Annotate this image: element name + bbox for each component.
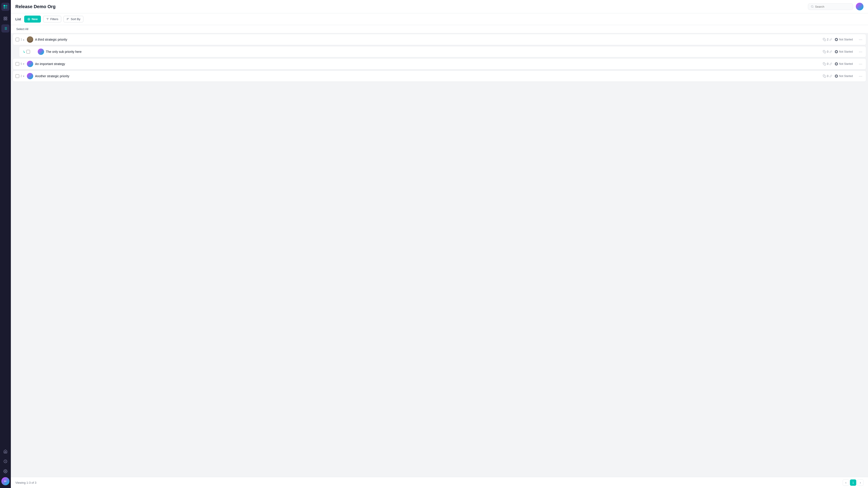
status-badge: Not Started	[835, 50, 855, 53]
svg-rect-24	[824, 39, 826, 41]
svg-rect-0	[4, 5, 5, 6]
sidebar-item-home[interactable]	[1, 447, 9, 455]
page-1-button[interactable]: 1	[850, 480, 856, 486]
header-actions	[808, 3, 864, 10]
svg-rect-6	[4, 19, 5, 20]
svg-rect-3	[6, 7, 7, 8]
chevron-down-icon[interactable]: ▼	[23, 63, 25, 65]
item-right: 0 Not Started ⋯	[823, 49, 863, 55]
filters-icon	[46, 18, 49, 21]
copy-icon	[823, 50, 826, 53]
svg-rect-5	[6, 17, 7, 18]
link-icon	[829, 38, 832, 41]
svg-rect-4	[4, 17, 5, 18]
svg-rect-2	[4, 7, 5, 8]
sort-by-button[interactable]: Sort By	[63, 16, 83, 22]
svg-rect-7	[6, 19, 7, 20]
sort-by-label: Sort By	[71, 18, 81, 21]
status-text: Not Started	[839, 74, 853, 78]
more-options-button[interactable]: ⋯	[858, 49, 863, 55]
item-count: 2	[823, 38, 832, 41]
plus-icon: ⊕	[27, 17, 30, 21]
chevron-down-icon[interactable]: ▼	[23, 75, 25, 77]
sidebar-item-badge[interactable]	[1, 457, 9, 465]
page-title: Release Demo Org	[16, 4, 56, 9]
page-header: Release Demo Org	[11, 0, 868, 13]
item-name: A third strategic priority	[35, 38, 823, 41]
link-icon	[829, 51, 832, 53]
new-button[interactable]: ⊕ New	[24, 15, 41, 23]
status-dot	[835, 38, 838, 41]
status-text: Not Started	[839, 38, 853, 41]
item-count: 0	[823, 62, 832, 65]
item-number: 5 ▼	[21, 62, 27, 65]
prev-page-button[interactable]: ‹	[843, 480, 849, 486]
item-avatar	[27, 36, 33, 43]
view-label: List	[16, 18, 21, 21]
svg-rect-26	[824, 63, 826, 65]
page-footer: Viewing 1-3 of 3 ‹ 1 ›	[11, 477, 868, 488]
pagination: ‹ 1 ›	[843, 480, 864, 486]
sidebar: 9+	[0, 0, 11, 488]
list-area: 1 ▲ A third strategic priority 2	[11, 33, 868, 477]
list-item[interactable]: 2 ▼ Another strategic priority 0	[13, 70, 866, 82]
status-dot	[835, 62, 838, 65]
sidebar-item-list[interactable]	[1, 24, 9, 33]
filters-button[interactable]: Filters	[43, 16, 61, 22]
more-options-button[interactable]: ⋯	[858, 61, 863, 67]
select-all-row: Select All	[11, 25, 868, 33]
item-right: 2 Not Started ⋯	[823, 37, 863, 42]
status-text: Not Started	[839, 62, 853, 65]
svg-rect-25	[824, 51, 826, 53]
select-all-button[interactable]: Select All	[16, 27, 29, 31]
sort-icon	[66, 18, 69, 21]
sidebar-item-settings[interactable]	[1, 467, 9, 475]
link-icon	[829, 75, 832, 77]
item-checkbox[interactable]	[16, 38, 19, 41]
item-count: 0	[823, 74, 832, 78]
search-icon	[811, 5, 814, 8]
user-avatar-sidebar[interactable]: 9+	[1, 477, 9, 485]
viewing-text: Viewing 1-3 of 3	[16, 481, 36, 484]
item-checkbox[interactable]	[26, 50, 30, 54]
item-count: 0	[823, 50, 832, 53]
search-box[interactable]	[808, 3, 853, 10]
copy-icon	[823, 74, 826, 78]
svg-point-16	[811, 5, 813, 7]
more-options-button[interactable]: ⋯	[858, 37, 863, 42]
chevron-up-icon[interactable]: ▲	[23, 38, 25, 41]
status-badge: Not Started	[835, 74, 855, 78]
status-dot	[835, 74, 838, 78]
list-item[interactable]: ↳ The only sub priority here 0	[19, 46, 866, 57]
item-number: 2 ▼	[21, 74, 27, 78]
toolbar: List ⊕ New Filters Sort By	[11, 13, 868, 25]
copy-icon	[823, 38, 826, 41]
sub-arrow-icon: ↳	[23, 50, 26, 54]
status-badge: Not Started	[835, 62, 855, 65]
more-options-button[interactable]: ⋯	[858, 73, 863, 79]
status-text: Not Started	[839, 50, 853, 53]
item-right: 0 Not Started ⋯	[823, 61, 863, 67]
item-name: Another strategic priority	[35, 74, 823, 78]
user-avatar-header[interactable]	[856, 3, 864, 10]
app-logo[interactable]	[1, 3, 9, 11]
main-content: Release Demo Org List ⊕ New Filters	[11, 0, 868, 488]
list-item[interactable]: 5 ▼ An important strategy 0 Not	[13, 58, 866, 70]
next-page-button[interactable]: ›	[857, 480, 864, 486]
item-name: An important strategy	[35, 62, 823, 66]
item-name: The only sub priority here	[46, 50, 823, 54]
status-dot	[835, 50, 838, 53]
filters-label: Filters	[51, 18, 58, 21]
item-avatar	[27, 73, 33, 79]
item-checkbox[interactable]	[16, 62, 19, 66]
item-number: 1 ▲	[21, 38, 27, 41]
item-checkbox[interactable]	[16, 74, 19, 78]
link-icon	[829, 63, 832, 65]
item-avatar	[27, 61, 33, 67]
svg-rect-1	[6, 5, 7, 6]
item-right: 0 Not Started ⋯	[823, 73, 863, 79]
search-input[interactable]	[815, 5, 850, 8]
sidebar-item-layout[interactable]	[1, 14, 9, 23]
list-item[interactable]: 1 ▲ A third strategic priority 2	[13, 34, 866, 45]
svg-line-17	[813, 7, 813, 7]
